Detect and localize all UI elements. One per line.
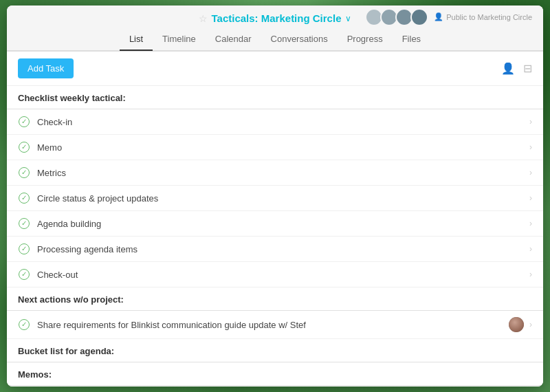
check-icon bbox=[18, 116, 30, 128]
check-icon bbox=[18, 268, 30, 281]
task-right: › bbox=[529, 168, 532, 177]
nav-tabs: List Timeline Calendar Conversations Pro… bbox=[7, 28, 543, 51]
chevron-right-icon: › bbox=[529, 270, 532, 279]
section-memos-header: Memos: bbox=[7, 362, 543, 386]
section-checklist-header: Checklist weekly tactical: bbox=[7, 86, 543, 109]
task-right: › bbox=[529, 244, 532, 254]
section-checklist-title: Checklist weekly tactical: bbox=[18, 93, 126, 103]
star-icon[interactable]: ☆ bbox=[199, 13, 208, 24]
task-row[interactable]: Memo › bbox=[7, 135, 543, 160]
task-right: › bbox=[529, 142, 532, 152]
check-circle bbox=[19, 319, 30, 330]
task-row[interactable]: Check-in › bbox=[7, 109, 543, 135]
check-circle bbox=[19, 116, 30, 127]
chevron-right-icon: › bbox=[529, 168, 532, 177]
task-text: Processing agenda items bbox=[37, 244, 529, 254]
chevron-right-icon: › bbox=[529, 219, 532, 228]
public-label: 👤 Public to Marketing Circle bbox=[434, 12, 532, 21]
task-assignee-avatar bbox=[509, 317, 524, 332]
tab-conversations[interactable]: Conversations bbox=[261, 28, 338, 51]
avatar-group bbox=[365, 8, 428, 26]
chevron-right-icon: › bbox=[529, 117, 532, 127]
task-row[interactable]: Metrics › bbox=[7, 160, 543, 186]
tab-timeline[interactable]: Timeline bbox=[153, 28, 206, 51]
check-icon bbox=[18, 318, 30, 331]
check-circle bbox=[19, 167, 30, 178]
chevron-right-icon: › bbox=[529, 320, 532, 329]
section-next-actions-header: Next actions w/o project: bbox=[7, 287, 543, 311]
task-text: Metrics bbox=[37, 168, 529, 178]
filter-icon[interactable]: ⊟ bbox=[523, 62, 532, 75]
person-filter-icon[interactable]: 👤 bbox=[501, 62, 515, 75]
check-icon bbox=[18, 192, 30, 204]
section-bucket-list-header: Bucket list for agenda: bbox=[7, 339, 543, 362]
avatar-image bbox=[509, 317, 524, 332]
chevron-down-icon[interactable]: ∨ bbox=[345, 14, 351, 23]
check-icon bbox=[18, 243, 30, 255]
person-icon: 👤 bbox=[434, 12, 443, 21]
tab-progress[interactable]: Progress bbox=[338, 28, 393, 51]
app-window: ☆ Tacticals: Marketing Circle ∨ 👤 Public… bbox=[7, 6, 543, 386]
task-row[interactable]: 23/04/2018 › bbox=[7, 386, 543, 386]
chevron-right-icon: › bbox=[529, 244, 532, 254]
check-circle bbox=[19, 193, 30, 204]
avatar[interactable] bbox=[410, 8, 428, 26]
section-bucket-list-title: Bucket list for agenda: bbox=[18, 346, 114, 356]
task-row[interactable]: Check-out › bbox=[7, 262, 543, 287]
title-bar: ☆ Tacticals: Marketing Circle ∨ 👤 Public… bbox=[7, 6, 543, 28]
check-circle bbox=[19, 218, 30, 229]
check-icon bbox=[18, 166, 30, 179]
title-bar-center: ☆ Tacticals: Marketing Circle ∨ bbox=[199, 12, 352, 24]
check-circle bbox=[19, 243, 30, 254]
task-row[interactable]: Share requirements for Blinkist communic… bbox=[7, 311, 543, 339]
header: ☆ Tacticals: Marketing Circle ∨ 👤 Public… bbox=[7, 6, 543, 52]
check-circle bbox=[19, 269, 30, 280]
chevron-right-icon: › bbox=[529, 142, 532, 152]
tab-calendar[interactable]: Calendar bbox=[206, 28, 261, 51]
task-right: › bbox=[529, 219, 532, 228]
task-text: Agenda building bbox=[37, 219, 529, 229]
task-right: › bbox=[509, 317, 532, 332]
tab-files[interactable]: Files bbox=[393, 28, 430, 51]
toolbar-icons: 👤 ⊟ bbox=[501, 62, 532, 75]
task-row[interactable]: Processing agenda items › bbox=[7, 237, 543, 262]
app-title[interactable]: Tacticals: Marketing Circle bbox=[212, 12, 342, 24]
section-memos-title: Memos: bbox=[18, 369, 52, 380]
task-row[interactable]: Circle status & project updates › bbox=[7, 186, 543, 211]
task-text: Memo bbox=[37, 142, 529, 153]
toolbar: Add Task 👤 ⊟ bbox=[7, 52, 543, 86]
task-text: Share requirements for Blinkist communic… bbox=[37, 320, 509, 330]
section-next-actions-title: Next actions w/o project: bbox=[18, 294, 124, 305]
tab-list[interactable]: List bbox=[120, 28, 153, 51]
task-right: › bbox=[529, 117, 532, 127]
chevron-right-icon: › bbox=[529, 193, 532, 203]
check-icon bbox=[18, 217, 30, 230]
task-right: › bbox=[529, 270, 532, 279]
task-text: Circle status & project updates bbox=[37, 193, 529, 204]
check-circle bbox=[19, 142, 30, 153]
add-task-button[interactable]: Add Task bbox=[18, 58, 74, 78]
task-row[interactable]: Agenda building › bbox=[7, 211, 543, 237]
task-text: Check-out bbox=[37, 270, 529, 280]
title-bar-right: 👤 Public to Marketing Circle bbox=[365, 8, 532, 26]
task-right: › bbox=[529, 193, 532, 203]
content: Checklist weekly tactical: Check-in › Me… bbox=[7, 86, 543, 386]
task-text: Check-in bbox=[37, 117, 529, 127]
check-icon bbox=[18, 141, 30, 153]
